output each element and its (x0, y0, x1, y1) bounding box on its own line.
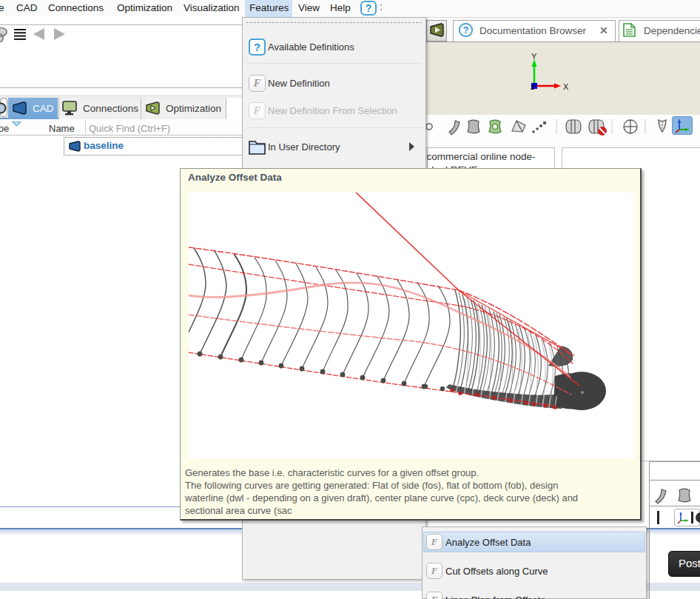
svg-text:X: X (563, 82, 569, 91)
svg-text:z: z (531, 83, 534, 91)
